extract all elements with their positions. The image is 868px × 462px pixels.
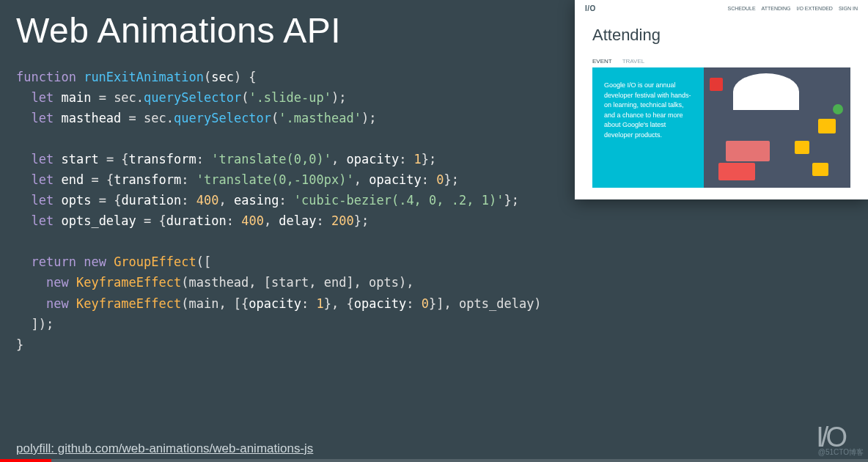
- inset-nav: SCHEDULE ATTENDING I/O EXTENDED SIGN IN: [727, 6, 858, 11]
- inset-logo: I/O: [585, 4, 596, 12]
- inset-preview: I/O SCHEDULE ATTENDING I/O EXTENDED SIGN…: [575, 0, 868, 199]
- cto-watermark: @51CTO博客: [818, 447, 864, 458]
- inset-map-image: [704, 67, 850, 188]
- video-progress-track[interactable]: [0, 459, 868, 462]
- tab-event[interactable]: EVENT: [592, 58, 612, 65]
- nav-schedule[interactable]: SCHEDULE: [727, 6, 755, 11]
- nav-signin[interactable]: SIGN IN: [839, 6, 858, 11]
- nav-extended[interactable]: I/O EXTENDED: [797, 6, 833, 11]
- inset-tabs: EVENT TRAVEL: [575, 58, 868, 65]
- inset-title: Attending: [575, 15, 868, 58]
- tab-travel[interactable]: TRAVEL: [622, 58, 645, 65]
- video-progress-fill: [0, 459, 51, 462]
- nav-attending[interactable]: ATTENDING: [762, 6, 791, 11]
- polyfill-link[interactable]: polyfill: github.com/web-animations/web-…: [16, 441, 313, 456]
- inset-blurb: Google I/O is our annual developer festi…: [592, 67, 704, 188]
